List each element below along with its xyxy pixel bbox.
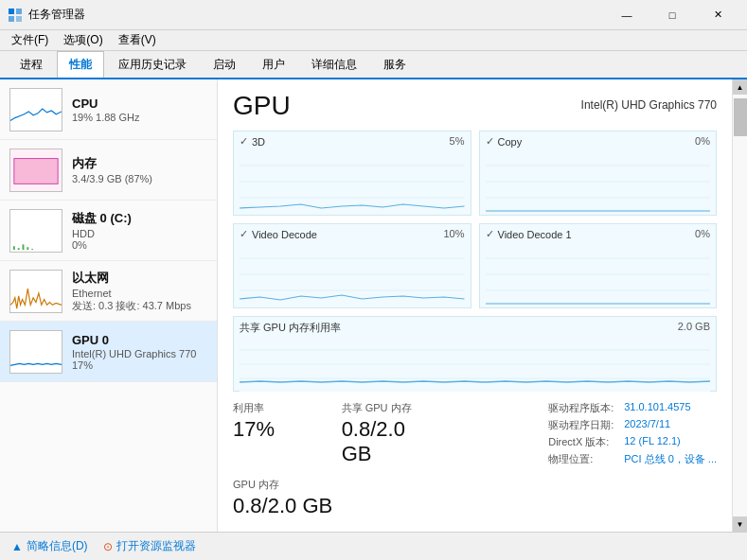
gpu-thumb [9,330,62,374]
memory-label: 内存 [72,155,207,172]
svg-rect-0 [9,9,14,14]
physical-key: 物理位置: [548,452,616,466]
tab-services[interactable]: 服务 [371,51,418,78]
gpu-header: GPU Intel(R) UHD Graphics 770 [233,91,717,121]
chart-copy-label: ✓ Copy [486,135,711,148]
driver-date-key: 驱动程序日期: [548,418,616,432]
tab-users[interactable]: 用户 [250,51,297,78]
chart-vd-pct: 10% [443,228,464,239]
chart-3d: ✓ 3D 5% [233,131,471,216]
shared-mem-graph [240,337,710,392]
tab-performance[interactable]: 性能 [57,51,104,78]
resource-monitor-label: 打开资源监视器 [116,538,196,554]
chart-vd-label: ✓ Video Decode [240,228,465,240]
shared-mem-stat-label: 共享 GPU 内存 [342,401,413,415]
chart-vd1-pct: 0% [695,228,710,239]
menu-file[interactable]: 文件(F) [4,30,56,51]
tab-startup[interactable]: 启动 [201,51,248,78]
close-button[interactable]: ✕ [696,0,739,30]
window-controls: — □ ✕ [605,0,739,30]
chart-copy-pct: 0% [695,135,710,147]
summary-icon: ▲ [11,540,23,553]
tab-app-history[interactable]: 应用历史记录 [106,51,199,78]
resource-monitor-icon: ⊙ [103,540,113,553]
gpu-sidebar-val: 17% [72,359,207,371]
info-driver-date: 驱动程序日期: 2023/7/11 [548,418,717,432]
shared-mem-val: 2.0 GB [678,321,710,335]
cpu-info: CPU 19% 1.88 GHz [72,96,207,123]
utilization-label: 利用率 [233,401,304,415]
gpu-title: GPU [233,91,291,121]
tab-bar: 进程 性能 应用历史记录 启动 用户 详细信息 服务 [0,51,747,79]
directx-val: 12 (FL 12.1) [624,435,681,449]
chart-3d-graph [240,149,465,214]
chart-3d-arrow: ✓ [240,135,248,148]
right-panel: GPU Intel(R) UHD Graphics 770 ✓ 3D 5% [218,79,732,532]
sidebar-item-gpu[interactable]: GPU 0 Intel(R) UHD Graphics 770 17% [0,322,217,382]
cpu-thumb [9,88,62,131]
gpu-sidebar-model: Intel(R) UHD Graphics 770 [72,348,207,359]
chart-vd1-graph [486,242,711,306]
main-content: CPU 19% 1.88 GHz 内存 3.4/3.9 GB (87%) [0,79,747,532]
maximize-button[interactable]: □ [650,0,694,30]
memory-info: 内存 3.4/3.9 GB (87%) [72,155,207,184]
minimize-button[interactable]: — [605,0,649,30]
charts-grid: ✓ 3D 5% ✓ Copy 0% [233,131,717,308]
memory-thumb [9,149,62,192]
shared-mem-label: 共享 GPU 内存利用率 [240,321,341,335]
svg-rect-1 [16,9,22,14]
window-title: 任务管理器 [28,7,605,23]
driver-ver-val: 31.0.101.4575 [624,401,690,415]
chart-3d-label: ✓ 3D [240,135,465,148]
tab-process[interactable]: 进程 [8,51,55,78]
sidebar-item-ethernet[interactable]: 以太网 Ethernet 发送: 0.3 接收: 43.7 Mbps [0,261,217,322]
tab-details[interactable]: 详细信息 [299,51,369,78]
driver-date-val: 2023/7/11 [624,418,670,432]
svg-rect-2 [9,16,14,22]
resource-monitor-link[interactable]: ⊙ 打开资源监视器 [103,538,196,554]
sidebar-item-disk[interactable]: 磁盘 0 (C:) HDD 0% [0,201,217,261]
sidebar-item-cpu[interactable]: CPU 19% 1.88 GHz [0,79,217,140]
svg-rect-3 [16,16,22,22]
chart-shared-mem: 共享 GPU 内存利用率 2.0 GB [233,316,717,392]
info-driver-ver: 驱动程序版本: 31.0.101.4575 [548,401,717,415]
scroll-up-button[interactable]: ▲ [733,79,748,95]
chart-vd-graph [240,242,465,306]
cpu-label: CPU [72,96,207,111]
disk-info: 磁盘 0 (C:) HDD 0% [72,210,207,251]
stats-row: 利用率 17% 共享 GPU 内存 0.8/2.0 GB [233,401,412,466]
driver-ver-key: 驱动程序版本: [548,401,616,415]
bottom-bar: ▲ 简略信息(D) ⊙ 打开资源监视器 [0,532,747,560]
chart-copy: ✓ Copy 0% [479,131,718,216]
chart-video-decode-1: ✓ Video Decode 1 0% [479,223,718,308]
chart-copy-graph [486,149,711,214]
gpu-mem-val: 0.8/2.0 GB [233,494,412,518]
gpu-mem-stat: GPU 内存 0.8/2.0 GB [233,478,412,518]
sidebar: CPU 19% 1.88 GHz 内存 3.4/3.9 GB (87%) [0,79,218,532]
menu-options[interactable]: 选项(O) [56,30,110,51]
ethernet-type: Ethernet [72,288,207,299]
chart-vd1-label: ✓ Video Decode 1 [486,228,711,240]
scroll-down-button[interactable]: ▼ [733,516,748,532]
svg-rect-4 [14,158,58,184]
info-table: 驱动程序版本: 31.0.101.4575 驱动程序日期: 2023/7/11 … [548,401,717,469]
ethernet-info: 以太网 Ethernet 发送: 0.3 接收: 43.7 Mbps [72,270,207,313]
disk-thumb [9,209,62,253]
scroll-thumb[interactable] [734,98,747,136]
stat-shared-mem: 共享 GPU 内存 0.8/2.0 GB [342,401,413,466]
chart-copy-arrow: ✓ [486,135,494,148]
stat-utilization: 利用率 17% [233,401,304,466]
sidebar-item-memory[interactable]: 内存 3.4/3.9 GB (87%) [0,140,217,201]
summary-link[interactable]: ▲ 简略信息(D) [11,538,88,554]
ethernet-thumb [9,270,62,313]
chart-vd-arrow: ✓ [240,228,248,240]
app-icon [8,8,23,23]
chart-video-decode: ✓ Video Decode 10% [233,223,471,308]
chart-vd1-arrow: ✓ [486,228,494,240]
gpu-sidebar-info: GPU 0 Intel(R) UHD Graphics 770 17% [72,333,207,371]
scroll-track[interactable] [733,95,748,516]
info-physical: 物理位置: PCI 总线 0，设备 ... [548,452,717,466]
ethernet-label: 以太网 [72,270,207,287]
menu-view[interactable]: 查看(V) [111,30,164,51]
scrollbar: ▲ ▼ [732,79,747,532]
